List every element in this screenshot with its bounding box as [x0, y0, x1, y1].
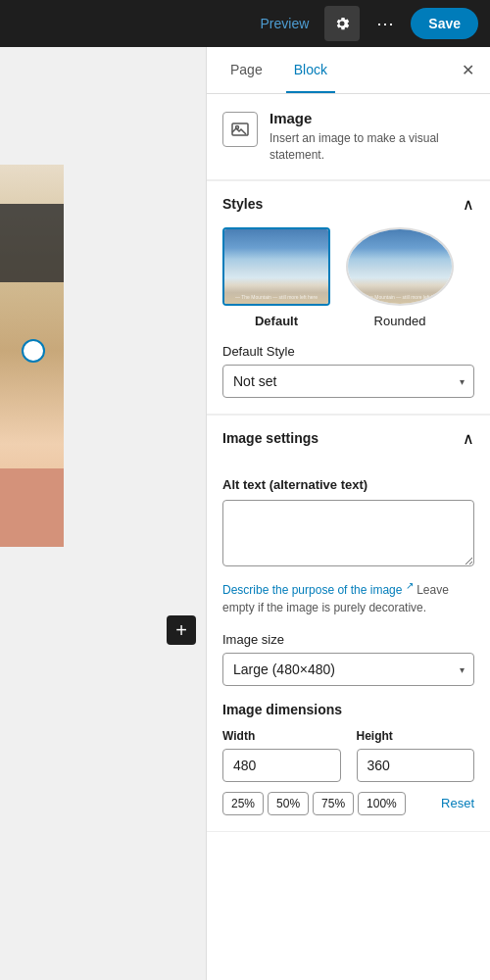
style-thumb-rounded: — The Mountain — still more left here [346, 227, 454, 306]
pct-50-button[interactable]: 50% [268, 792, 309, 815]
block-header: Image Insert an image to make a visual s… [207, 94, 490, 180]
image-settings-body: Alt text (alternative text) Describe the… [207, 462, 490, 632]
close-panel-button[interactable]: ✕ [462, 61, 474, 79]
default-style-select[interactable]: Not set [222, 365, 474, 398]
width-field: Width [222, 729, 341, 782]
style-option-default[interactable]: — The Mountain — still more left here De… [222, 227, 330, 328]
image-size-select[interactable]: Large (480×480) [222, 653, 474, 686]
image-settings-chevron-icon [463, 429, 474, 448]
styles-section: Styles — The Mountain — still more left … [207, 180, 490, 415]
cloud-scene-default: — The Mountain — still more left here [224, 229, 328, 304]
block-info: Image Insert an image to make a visual s… [270, 110, 474, 164]
canvas-dark-strip [0, 204, 64, 282]
thumb-caption-rounded: — The Mountain — still more left here [348, 294, 452, 300]
top-bar: Preview ⋯ Save [0, 0, 490, 47]
style-thumb-default: — The Mountain — still more left here [222, 227, 330, 306]
image-size-label: Image size [222, 632, 474, 647]
image-settings-toggle[interactable]: Image settings [207, 415, 490, 462]
canvas-area: + [0, 47, 206, 980]
style-option-rounded[interactable]: — The Mountain — still more left here Ro… [346, 227, 454, 328]
styles-section-title: Styles [222, 196, 263, 212]
tab-page[interactable]: Page [222, 48, 270, 93]
height-label: Height [357, 729, 475, 743]
image-settings-section: Image settings Alt text (alternative tex… [207, 415, 490, 832]
canvas-pink-strip [0, 468, 64, 547]
image-size-field: Image size Large (480×480) ▾ [207, 632, 490, 702]
save-button[interactable]: Save [411, 8, 478, 39]
preview-button[interactable]: Preview [253, 10, 318, 37]
pct-100-button[interactable]: 100% [358, 792, 406, 815]
pct-25-button[interactable]: 25% [222, 792, 264, 815]
block-title: Image [270, 110, 474, 126]
alt-text-link[interactable]: Describe the purpose of the image ↗ [222, 583, 416, 597]
reset-dimensions-button[interactable]: Reset [441, 796, 474, 810]
styles-section-toggle[interactable]: Styles [207, 180, 490, 227]
external-link-icon: ↗ [406, 580, 414, 591]
styles-grid: — The Mountain — still more left here De… [207, 227, 490, 344]
style-label-rounded: Rounded [374, 314, 426, 328]
cloud-scene-rounded: — The Mountain — still more left here [348, 229, 452, 304]
dims-row: Width Height [222, 729, 474, 782]
settings-button[interactable] [324, 6, 360, 41]
image-dimensions-title: Image dimensions [222, 702, 474, 717]
thumb-caption-default: — The Mountain — still more left here [224, 294, 328, 300]
image-block-icon [230, 120, 250, 139]
styles-chevron-icon [463, 195, 474, 214]
height-input[interactable] [357, 749, 475, 782]
image-dimensions-section: Image dimensions Width Height 25% 50% 75… [207, 702, 490, 831]
image-settings-title: Image settings [222, 430, 318, 446]
pct-75-button[interactable]: 75% [313, 792, 354, 815]
tab-bar: Page Block ✕ [207, 47, 490, 94]
default-style-field: Default Style Not set ▾ [207, 344, 490, 414]
style-label-default: Default [255, 314, 298, 328]
alt-link-row: Describe the purpose of the image ↗ Leav… [222, 578, 474, 616]
alt-text-label: Alt text (alternative text) [222, 477, 474, 492]
add-block-button[interactable]: + [167, 615, 196, 645]
gear-icon [334, 16, 350, 31]
width-input[interactable] [222, 749, 341, 782]
block-icon [222, 112, 258, 147]
default-style-select-wrap: Not set ▾ [222, 365, 474, 398]
block-description: Insert an image to make a visual stateme… [270, 130, 474, 164]
right-panel: Page Block ✕ Image Insert an image to ma… [206, 47, 490, 980]
default-style-label: Default Style [222, 344, 474, 359]
width-label: Width [222, 729, 341, 743]
tab-block[interactable]: Block [286, 48, 335, 93]
canvas-handle[interactable] [22, 339, 45, 363]
height-field: Height [357, 729, 475, 782]
alt-text-input[interactable] [222, 500, 474, 566]
percentage-row: 25% 50% 75% 100% Reset [222, 792, 474, 815]
image-size-select-wrap: Large (480×480) ▾ [222, 653, 474, 686]
more-options-button[interactable]: ⋯ [368, 6, 403, 41]
